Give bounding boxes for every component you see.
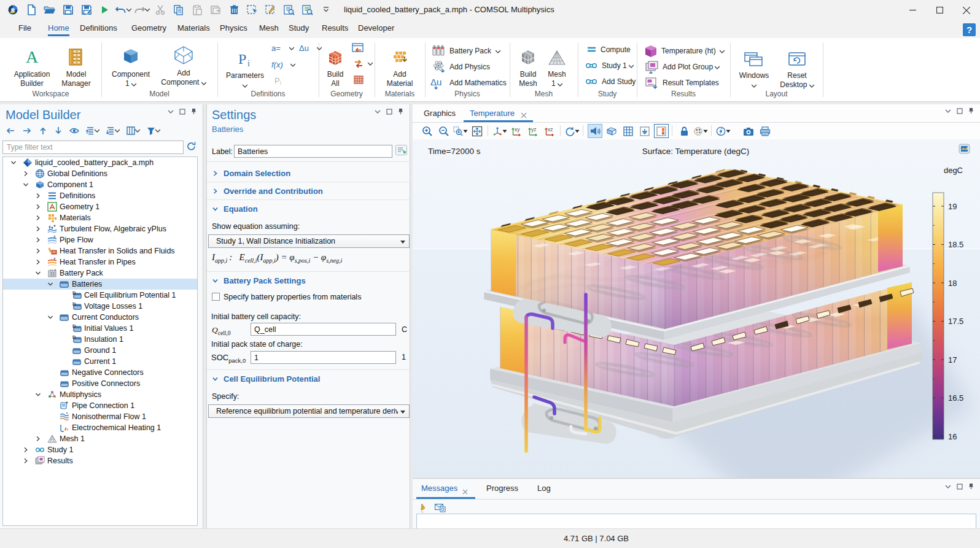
svg-text:A: A [26, 48, 39, 66]
svg-text:xz: xz [548, 126, 553, 133]
svg-text:19: 19 [948, 202, 957, 211]
svg-text:18: 18 [948, 279, 957, 288]
svg-text:18.5: 18.5 [948, 240, 963, 249]
svg-text:D: D [72, 334, 76, 340]
svg-text:D: D [72, 290, 76, 296]
svg-text:D: D [72, 301, 76, 307]
svg-text:Time=72000 s: Time=72000 s [428, 147, 481, 156]
svg-text:D: D [72, 323, 76, 329]
svg-text:17.5: 17.5 [948, 317, 963, 326]
svg-text:i: i [280, 80, 281, 85]
svg-text:Surface: Temperature (degC): Surface: Temperature (degC) [642, 147, 750, 156]
svg-text:16: 16 [948, 432, 957, 441]
svg-text:i: i [247, 59, 250, 68]
svg-text:P: P [238, 51, 246, 67]
svg-text:degC: degC [944, 166, 963, 175]
svg-text:xy: xy [515, 126, 520, 133]
svg-text:a=: a= [271, 44, 281, 53]
svg-text:Δu: Δu [430, 77, 441, 87]
svg-text:P: P [274, 77, 280, 85]
svg-text:17: 17 [948, 355, 957, 365]
svg-text:yz: yz [531, 126, 537, 133]
svg-text:16.5: 16.5 [948, 393, 963, 403]
svg-text:f(x): f(x) [271, 61, 283, 69]
